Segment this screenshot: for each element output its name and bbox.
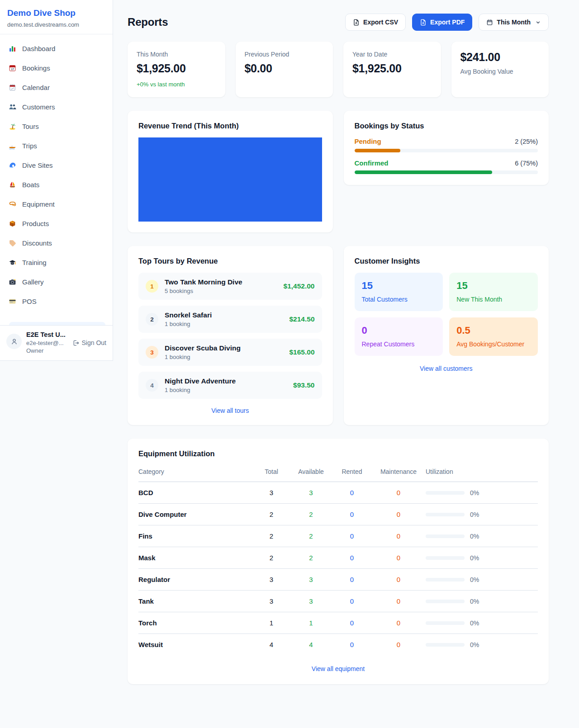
available-cell: 4 <box>290 634 332 656</box>
status-value: 6 (75%) <box>515 160 538 167</box>
stat-card-0: This Month$1,925.00+0% vs last month <box>128 42 225 97</box>
maintenance-cell: 0 <box>371 612 426 634</box>
rented-cell: 0 <box>332 612 371 634</box>
insights-row: Top Tours by Revenue 1Two Tank Morning D… <box>128 246 549 425</box>
sidebar-item-gallery[interactable]: Gallery <box>4 272 109 292</box>
status-item-pending: Pending2 (25%) <box>355 137 538 152</box>
export-csv-button[interactable]: Export CSV <box>345 14 406 31</box>
revenue-trend-panel: Revenue Trend (This Month) <box>128 111 333 232</box>
insight-label: New This Month <box>456 296 531 303</box>
tour-revenue: $165.00 <box>289 348 314 356</box>
sidebar-item-discounts[interactable]: Discounts <box>4 233 109 253</box>
status-value: 2 (25%) <box>515 138 538 145</box>
column-header-available: Available <box>290 465 332 482</box>
column-header-category: Category <box>138 465 253 482</box>
top-tours-panel: Top Tours by Revenue 1Two Tank Morning D… <box>128 246 333 425</box>
tour-info: Snorkel Safari1 booking <box>165 311 212 327</box>
calendar-pad-icon <box>8 84 16 92</box>
rented-cell: 0 <box>332 525 371 547</box>
sidebar-item-tours[interactable]: Tours <box>4 117 109 136</box>
graduation-cap-icon <box>8 259 16 267</box>
sidebar-item-boats[interactable]: Boats <box>4 175 109 194</box>
utilization-bar <box>426 534 465 538</box>
camera-icon <box>8 278 16 286</box>
utilization-percent: 0% <box>470 489 479 496</box>
sidebar-item-dive-sites[interactable]: Dive Sites <box>4 156 109 175</box>
maintenance-cell: 0 <box>371 634 426 656</box>
utilization-cell: 0% <box>426 482 538 504</box>
status-list: Pending2 (25%)Confirmed6 (75%) <box>355 137 538 174</box>
available-cell: 1 <box>290 612 332 634</box>
people-icon <box>8 103 16 111</box>
rank-badge: 3 <box>146 346 158 359</box>
sidebar-item-bookings[interactable]: 17Bookings <box>4 58 109 78</box>
available-cell: 2 <box>290 504 332 525</box>
insight-value: 15 <box>456 280 531 292</box>
category-cell: Dive Computer <box>138 504 253 525</box>
period-select[interactable]: This Month <box>479 14 549 31</box>
total-cell: 4 <box>253 634 290 656</box>
equipment-utilization-title: Equipment Utilization <box>138 449 538 458</box>
sidebar-item-dashboard[interactable]: Dashboard <box>4 39 109 58</box>
stat-card-1: Previous Period$0.00 <box>236 42 333 97</box>
sign-out-button[interactable]: Sign Out <box>72 339 106 346</box>
rented-cell: 0 <box>332 504 371 525</box>
calendar-icon <box>486 19 493 26</box>
rank-badge: 2 <box>146 313 158 326</box>
sidebar-item-pos[interactable]: POS <box>4 292 109 311</box>
status-progress-fill <box>355 170 492 174</box>
available-cell: 2 <box>290 525 332 547</box>
available-cell: 3 <box>290 482 332 504</box>
category-cell: Torch <box>138 612 253 634</box>
avatar <box>6 334 22 349</box>
view-all-tours-link[interactable]: View all tours <box>138 407 322 414</box>
category-cell: BCD <box>138 482 253 504</box>
view-all-customers-link[interactable]: View all customers <box>355 365 538 372</box>
sidebar-item-calendar[interactable]: Calendar <box>4 78 109 97</box>
sign-out-label: Sign Out <box>82 339 106 346</box>
total-cell: 1 <box>253 612 290 634</box>
utilization-cell: 0% <box>426 569 538 591</box>
stat-card-3: $241.00Avg Booking Value <box>451 42 549 97</box>
utilization-percent: 0% <box>470 598 479 605</box>
sidebar-item-label: Dive Sites <box>22 161 53 169</box>
sidebar-item-label: Calendar <box>22 84 50 91</box>
status-label: Confirmed <box>355 159 389 167</box>
export-pdf-label: Export PDF <box>430 19 465 26</box>
insight-label: Avg Bookings/Customer <box>456 340 531 348</box>
sidebar-item-products[interactable]: Products <box>4 214 109 233</box>
sidebar-item-active-partial[interactable] <box>9 322 105 325</box>
tour-info: Discover Scuba Diving1 booking <box>165 344 241 360</box>
top-tours-title: Top Tours by Revenue <box>138 257 322 265</box>
utilization-bar <box>426 643 465 647</box>
page-title: Reports <box>128 16 168 28</box>
header-actions: Export CSV Export PDF This Month <box>345 14 549 31</box>
utilization-percent: 0% <box>470 576 479 583</box>
insight-value: 15 <box>362 280 436 292</box>
tour-name: Night Dive Adventure <box>165 377 236 385</box>
total-cell: 2 <box>253 547 290 569</box>
equipment-table: CategoryTotalAvailableRentedMaintenanceU… <box>138 465 538 655</box>
rented-cell: 0 <box>332 547 371 569</box>
sidebar-item-trips[interactable]: Trips <box>4 136 109 156</box>
utilization-cell: 0% <box>426 547 538 569</box>
brand-name: Demo Dive Shop <box>7 8 105 18</box>
status-progress-track <box>355 149 538 152</box>
page-header: Reports Export CSV Export PDF <box>128 14 549 31</box>
sidebar-item-training[interactable]: Training <box>4 253 109 272</box>
column-header-maintenance: Maintenance <box>371 465 426 482</box>
svg-text:17: 17 <box>11 68 14 71</box>
tour-name: Snorkel Safari <box>165 311 212 319</box>
tour-bookings: 1 booking <box>165 354 241 360</box>
status-item-confirmed: Confirmed6 (75%) <box>355 159 538 174</box>
logout-icon <box>72 340 79 346</box>
tour-name: Two Tank Morning Dive <box>165 278 242 286</box>
brand-block: Demo Dive Shop demo.test.divestreams.com <box>0 0 113 34</box>
sidebar-item-customers[interactable]: Customers <box>4 97 109 117</box>
status-label: Pending <box>355 137 381 145</box>
available-cell: 3 <box>290 569 332 591</box>
sidebar-item-equipment[interactable]: Equipment <box>4 194 109 214</box>
export-pdf-button[interactable]: Export PDF <box>412 14 472 31</box>
view-all-equipment-link[interactable]: View all equipment <box>138 665 538 672</box>
maintenance-cell: 0 <box>371 569 426 591</box>
